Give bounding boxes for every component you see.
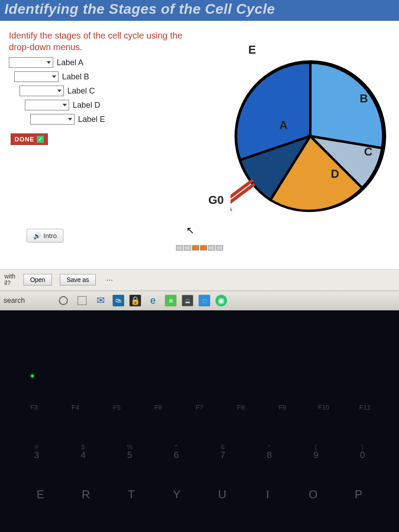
mail-icon[interactable]: ✉ bbox=[94, 294, 107, 307]
number-key-row: #3 $4 %5 ^6 &7 *8 (9 )0 bbox=[0, 443, 399, 460]
chevron-down-icon bbox=[57, 90, 62, 92]
mouse-cursor-icon: ↖ bbox=[186, 225, 194, 236]
key-f5: F5 bbox=[96, 403, 137, 411]
key-0: )0 bbox=[339, 443, 386, 460]
slide-thumb[interactable] bbox=[208, 245, 215, 250]
intro-button[interactable]: 🔊 Intro bbox=[27, 229, 63, 243]
diagram-label-c: C bbox=[364, 145, 372, 159]
label-b-text: Label B bbox=[62, 72, 89, 82]
key-f11: F11 bbox=[344, 403, 386, 411]
cell-cycle-diagram: E A B C D G0 bbox=[231, 56, 390, 216]
app-icon-green[interactable]: ⊞ bbox=[165, 295, 176, 306]
save-as-button[interactable]: Save as bbox=[60, 274, 96, 286]
task-view-icon[interactable] bbox=[75, 294, 89, 307]
dropdown-a[interactable] bbox=[9, 57, 53, 68]
more-button[interactable]: ··· bbox=[104, 275, 116, 285]
key-9: (9 bbox=[293, 443, 339, 460]
slide-thumb[interactable] bbox=[176, 245, 183, 250]
instructions-text: Identify the stages of the cell cycle us… bbox=[9, 30, 204, 53]
download-prompt: with il? bbox=[4, 273, 16, 287]
label-a-text: Label A bbox=[57, 58, 83, 67]
chevron-down-icon bbox=[63, 104, 67, 106]
app-icon-round[interactable]: ◉ bbox=[215, 295, 227, 306]
edge-icon[interactable]: e bbox=[146, 294, 160, 307]
key-o: O bbox=[290, 488, 336, 501]
dropdown-d[interactable] bbox=[25, 100, 69, 110]
slide-thumb[interactable] bbox=[216, 245, 223, 250]
slide-thumb-active[interactable] bbox=[192, 245, 199, 250]
letter-key-row: E R T Y U I O P bbox=[0, 488, 399, 501]
diagram-label-d: D bbox=[331, 167, 339, 181]
power-led-icon bbox=[31, 375, 34, 377]
chevron-down-icon bbox=[47, 61, 51, 64]
activity-panel: Identify the stages of the cell cycle us… bbox=[0, 21, 399, 269]
key-f6: F6 bbox=[137, 403, 179, 411]
taskbar: search ✉ 🛍 🔒 e ⊞ 💻 ⬚ ◉ bbox=[0, 291, 399, 310]
diagram-label-a: A bbox=[279, 118, 288, 132]
key-u: U bbox=[200, 488, 245, 501]
lock-icon[interactable]: 🔒 bbox=[129, 295, 141, 306]
key-y: Y bbox=[154, 488, 200, 501]
slide-thumb[interactable] bbox=[184, 245, 191, 250]
done-button[interactable]: DONE ✓ bbox=[11, 133, 48, 145]
function-key-row: F3 F4 F5 F6 F7 F8 F9 F10 F11 bbox=[0, 403, 399, 411]
key-t: T bbox=[109, 488, 154, 501]
diagram-label-g0: G0 bbox=[208, 193, 224, 207]
chevron-down-icon bbox=[68, 118, 72, 121]
key-f9: F9 bbox=[262, 403, 303, 411]
page-title: Identifying the Stages of the Cell Cycle bbox=[0, 0, 399, 21]
key-8: *8 bbox=[246, 443, 293, 460]
dropdown-b[interactable] bbox=[14, 71, 59, 82]
open-button[interactable]: Open bbox=[23, 274, 52, 286]
app-icon-laptop[interactable]: 💻 bbox=[182, 295, 193, 306]
speaker-icon: 🔊 bbox=[33, 232, 41, 239]
label-d-text: Label D bbox=[73, 101, 100, 110]
key-f3: F3 bbox=[13, 403, 55, 411]
done-label: DONE bbox=[15, 136, 34, 143]
cortana-icon[interactable] bbox=[57, 294, 70, 307]
diagram-label-e: E bbox=[248, 43, 256, 57]
key-f7: F7 bbox=[179, 403, 220, 411]
key-f10: F10 bbox=[303, 403, 344, 411]
download-bar: with il? Open Save as ··· bbox=[0, 269, 399, 291]
key-6: ^6 bbox=[153, 443, 200, 460]
key-5: %5 bbox=[106, 443, 153, 460]
taskbar-search[interactable]: search bbox=[4, 297, 51, 305]
app-icon-blue[interactable]: ⬚ bbox=[199, 295, 210, 306]
dropdown-e[interactable] bbox=[30, 114, 74, 125]
check-icon: ✓ bbox=[37, 136, 44, 143]
intro-label: Intro bbox=[43, 232, 57, 239]
key-r: R bbox=[63, 488, 109, 501]
diagram-label-b: B bbox=[360, 92, 368, 106]
key-p: P bbox=[336, 488, 382, 501]
key-f8: F8 bbox=[220, 403, 262, 411]
chevron-down-icon bbox=[52, 75, 56, 78]
dropdown-c[interactable] bbox=[20, 86, 64, 96]
key-e: E bbox=[18, 488, 63, 501]
slide-thumbnails bbox=[176, 245, 223, 250]
laptop-keyboard: F3 F4 F5 F6 F7 F8 F9 F10 F11 #3 $4 %5 ^6… bbox=[0, 310, 399, 532]
key-4: $4 bbox=[60, 443, 106, 460]
slide-thumb[interactable] bbox=[200, 245, 207, 250]
store-icon[interactable]: 🛍 bbox=[113, 295, 124, 306]
key-7: &7 bbox=[200, 443, 246, 460]
key-3: #3 bbox=[13, 443, 60, 460]
label-c-text: Label C bbox=[67, 86, 95, 96]
key-f4: F4 bbox=[55, 403, 96, 411]
label-e-text: Label E bbox=[78, 115, 105, 124]
key-i: I bbox=[245, 488, 291, 501]
